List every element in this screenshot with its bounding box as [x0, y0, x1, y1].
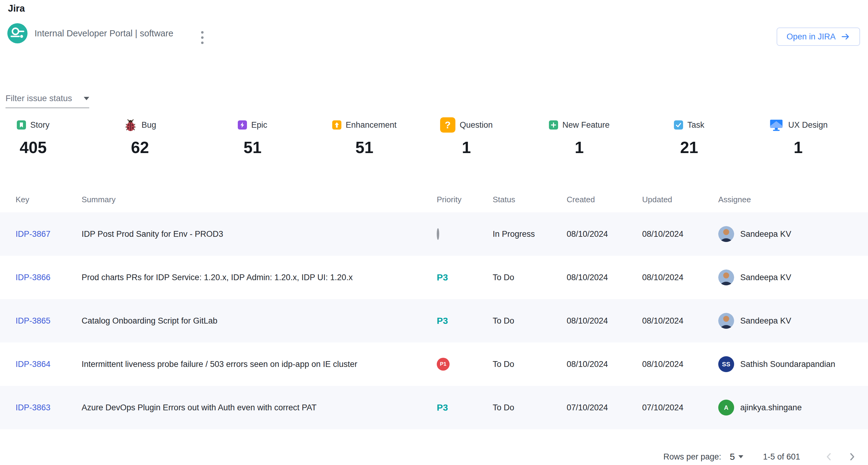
- assignee-avatar: A: [718, 400, 734, 416]
- column-header-key: Key: [16, 195, 82, 204]
- issue-key-link[interactable]: IDP-3864: [16, 360, 51, 369]
- table-row: IDP-3867 IDP Post Prod Sanity for Env - …: [0, 212, 868, 256]
- status-cell: To Do: [493, 316, 567, 326]
- priority-cell: P1: [437, 358, 493, 371]
- open-in-jira-label: Open in JIRA: [786, 32, 836, 41]
- page-title: Jira: [8, 3, 25, 14]
- counter-label: Epic: [251, 120, 268, 130]
- counter-bug: Bug 62: [124, 117, 156, 157]
- updated-cell: 08/10/2024: [642, 273, 718, 282]
- question-mark-icon: ?: [440, 117, 455, 133]
- column-header-status: Status: [493, 195, 567, 204]
- counter-story: Story 405: [17, 117, 50, 157]
- updated-cell: 08/10/2024: [642, 316, 718, 326]
- pagination-range: 1-5 of 601: [763, 452, 800, 462]
- counter-label: Bug: [142, 120, 156, 130]
- assignee-cell: Sandeepa KV: [718, 313, 868, 329]
- table-row: IDP-3866 Prod charts PRs for IDP Service…: [0, 256, 868, 299]
- jira-plugin-page: Jira Internal Developer Portal | softwar…: [0, 0, 868, 465]
- priority-badge: P3: [437, 315, 448, 326]
- status-cell: To Do: [493, 403, 567, 412]
- pagination: Rows per page: 5 1-5 of 601: [663, 444, 860, 465]
- assignee-avatar: SS: [718, 356, 734, 372]
- counter-count: 1: [462, 138, 471, 157]
- priority-badge: P3: [437, 402, 448, 412]
- table-row: IDP-3864 Intermittent liveness probe fai…: [0, 342, 868, 386]
- updated-cell: 07/10/2024: [642, 403, 718, 412]
- column-header-created: Created: [567, 195, 642, 204]
- column-header-summary: Summary: [82, 195, 437, 204]
- counter-count: 51: [244, 138, 261, 157]
- created-cell: 08/10/2024: [567, 229, 642, 239]
- assignee-name: Sandeepa KV: [740, 229, 791, 239]
- issue-key-link[interactable]: IDP-3867: [16, 229, 51, 239]
- created-cell: 08/10/2024: [567, 273, 642, 282]
- issue-summary: Prod charts PRs for IDP Service: 1.20.x,…: [82, 273, 437, 282]
- chevron-right-icon: [846, 451, 858, 463]
- task-check-icon: [674, 120, 683, 130]
- created-cell: 07/10/2024: [567, 403, 642, 412]
- assignee-name: Sandeepa KV: [740, 273, 791, 282]
- issue-summary: Azure DevOps Plugin Errors out with Auth…: [82, 403, 437, 412]
- column-header-priority: Priority: [437, 195, 493, 204]
- priority-cell: P3: [437, 402, 493, 413]
- bug-icon: [124, 118, 137, 132]
- updated-cell: 08/10/2024: [642, 229, 718, 239]
- open-in-jira-button[interactable]: Open in JIRA: [777, 28, 860, 46]
- assignee-cell: Sandeepa KV: [718, 269, 868, 285]
- status-cell: In Progress: [493, 229, 567, 239]
- counter-label: UX Design: [788, 120, 828, 130]
- filter-issue-status-label: Filter issue status: [5, 94, 72, 103]
- assignee-name: Sandeepa KV: [740, 316, 791, 326]
- epic-lightning-icon: [238, 120, 247, 130]
- issue-summary: Catalog Onboarding Script for GitLab: [82, 316, 437, 326]
- issues-table: Key Summary Priority Status Created Upda…: [0, 187, 868, 429]
- counter-label: New Feature: [562, 120, 610, 130]
- ux-design-monitor-icon: [769, 117, 784, 133]
- enhancement-arrow-icon: [332, 120, 341, 130]
- assignee-name: ajinkya.shingane: [740, 403, 802, 412]
- counter-count: 1: [575, 138, 584, 157]
- new-feature-plus-icon: [549, 120, 558, 130]
- counter-label: Task: [687, 120, 705, 130]
- counter-count: 21: [680, 138, 698, 157]
- assignee-cell: A ajinkya.shingane: [718, 400, 868, 416]
- next-page-button[interactable]: [845, 450, 860, 464]
- counter-label: Story: [30, 120, 50, 130]
- project-logo-icon: [7, 23, 28, 43]
- svg-text:?: ?: [445, 120, 451, 130]
- counter-count: 62: [131, 138, 149, 157]
- issue-key-link[interactable]: IDP-3865: [16, 316, 51, 325]
- issue-summary: Intermittent liveness probe failure / 50…: [82, 360, 437, 369]
- table-row: IDP-3865 Catalog Onboarding Script for G…: [0, 299, 868, 342]
- table-row: IDP-3863 Azure DevOps Plugin Errors out …: [0, 386, 868, 429]
- story-bookmark-icon: [17, 120, 26, 130]
- issue-summary: IDP Post Prod Sanity for Env - PROD3: [82, 229, 437, 239]
- issue-key-link[interactable]: IDP-3863: [16, 403, 51, 412]
- counter-question: ? Question 1: [440, 117, 493, 157]
- counter-ux-design: UX Design 1: [769, 117, 828, 157]
- arrow-right-icon: [840, 32, 850, 41]
- table-header-row: Key Summary Priority Status Created Upda…: [0, 187, 868, 212]
- assignee-cell: SS Sathish Soundarapandian: [718, 356, 868, 372]
- priority-badge: P3: [437, 272, 448, 282]
- rows-per-page-value: 5: [730, 452, 735, 462]
- counter-count: 1: [794, 138, 803, 157]
- counter-epic: Epic 51: [238, 117, 268, 157]
- counter-enhancement: Enhancement 51: [332, 117, 397, 157]
- more-options-icon[interactable]: [196, 28, 209, 47]
- counter-task: Task 21: [674, 117, 705, 157]
- rows-per-page-select[interactable]: 5: [730, 452, 744, 462]
- created-cell: 08/10/2024: [567, 316, 642, 326]
- counter-label: Question: [460, 120, 493, 130]
- issue-key-link[interactable]: IDP-3866: [16, 273, 51, 282]
- project-name: Internal Developer Portal | software: [34, 23, 173, 43]
- dropdown-caret-icon: [738, 455, 743, 458]
- status-cell: To Do: [493, 273, 567, 282]
- updated-cell: 08/10/2024: [642, 360, 718, 369]
- previous-page-button[interactable]: [822, 450, 836, 464]
- column-header-updated: Updated: [642, 195, 718, 204]
- filter-issue-status-select[interactable]: Filter issue status: [5, 94, 89, 108]
- issue-type-counters: Story 405: [0, 117, 868, 169]
- assignee-avatar: [718, 269, 734, 285]
